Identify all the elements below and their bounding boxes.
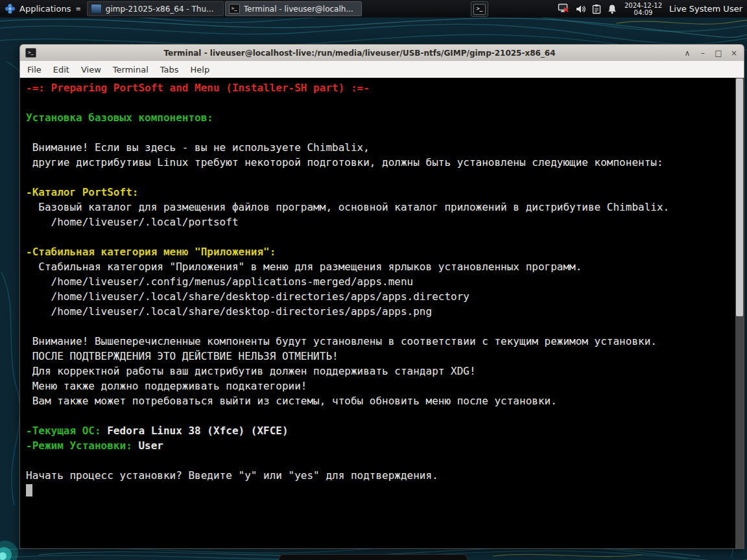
clipboard-icon[interactable]: [592, 4, 601, 14]
taskbar-button-file-manager[interactable]: gimp-21025-x86_64 - Thu...: [87, 1, 224, 16]
terminal-line: [26, 125, 735, 140]
close-button[interactable]: ×: [729, 45, 739, 62]
terminal-text-segment: Базовый каталог для размещения файлов пр…: [26, 201, 669, 213]
volume-icon[interactable]: [575, 4, 586, 14]
window-title: Terminal - liveuser@localhost-live:/run/…: [40, 49, 679, 58]
terminal-text-segment: Fedora Linux 38 (Xfce) (XFCE): [107, 425, 288, 437]
terminal-line: Вам также может потребоваться выйти из с…: [26, 393, 735, 408]
terminal-line: другие дистрибутивы Linux требуют некото…: [26, 155, 735, 170]
menu-terminal[interactable]: Terminal: [107, 62, 154, 77]
terminal-line: -Режим Установки: User: [26, 438, 735, 453]
display-error-icon[interactable]: [558, 3, 569, 14]
shade-button[interactable]: ∧: [683, 45, 692, 62]
file-manager-icon: [91, 4, 102, 14]
maximize-button[interactable]: □: [714, 45, 723, 62]
terminal-line: [26, 408, 735, 423]
terminal-launcher-button[interactable]: >_: [471, 1, 488, 17]
terminal-line: Для корректной работы ваш дистрибутив до…: [26, 364, 735, 379]
terminal-text-segment: -Текущая ОС:: [26, 425, 107, 437]
scrollbar-thumb[interactable]: [736, 78, 743, 316]
terminal-text-segment: /home/liveuser/.local/share/desktop-dire…: [26, 290, 469, 303]
terminal-line: [26, 483, 735, 498]
terminal-line: -Стабильная категория меню "Приложения":: [26, 244, 735, 259]
notifications-icon[interactable]: [607, 4, 617, 14]
terminal-text-segment: Установка базовых компонентов:: [26, 111, 213, 124]
terminal-line: [26, 170, 735, 185]
terminal-output: -=: Preparing PortSoft and Menu (Install…: [20, 78, 735, 548]
menu-lines-icon: ≡: [75, 5, 80, 12]
terminal-window: >_ Terminal - liveuser@localhost-live:/r…: [19, 44, 744, 549]
menu-tabs[interactable]: Tabs: [154, 62, 185, 77]
terminal-text-segment: /home/liveuser/.local/portsoft: [26, 216, 239, 228]
clock-date: 2024-12-12: [624, 2, 662, 9]
hidden-dock[interactable]: [279, 554, 468, 560]
terminal-line: Установка базовых компонентов:: [26, 110, 735, 125]
terminal-text-segment: -Стабильная категория меню "Приложения":: [26, 246, 276, 258]
menu-file[interactable]: File: [21, 62, 47, 77]
terminal-text-segment: Внимание! Вышеперечисленные компоненты б…: [26, 335, 657, 347]
terminal-line: /home/liveuser/.local/portsoft: [26, 215, 735, 229]
terminal-line: Стабильная категория "Приложения" в меню…: [26, 259, 735, 274]
terminal-icon: >_: [229, 4, 240, 14]
terminal-line: /home/liveuser/.local/share/desktop-dire…: [26, 289, 735, 304]
terminal-text-segment: Вам также может потребоваться выйти из с…: [26, 395, 557, 407]
titlebar[interactable]: >_ Terminal - liveuser@localhost-live:/r…: [19, 44, 744, 61]
panel-tray-area: 2024-12-12 04:09 Live System User: [558, 0, 747, 18]
terminal-line: -=: Preparing PortSoft and Menu (Install…: [26, 80, 735, 95]
minimize-button[interactable]: –: [698, 45, 707, 62]
terminal-text-segment: другие дистрибутивы Linux требуют некото…: [26, 156, 663, 169]
terminal-line: Базовый каталог для размещения файлов пр…: [26, 200, 735, 215]
user-label: Live System User: [669, 4, 742, 14]
menu-help[interactable]: Help: [185, 62, 216, 77]
taskbar-button-terminal[interactable]: >_ Terminal - liveuser@localh...: [225, 1, 362, 16]
terminal-text-segment: Начать процесс установки? Введите "y" ил…: [26, 469, 438, 482]
window-icon: >_: [25, 48, 36, 58]
terminal-text-segment: /home/liveuser/.config/menus/application…: [26, 275, 413, 288]
terminal-text-segment: Для корректной работы ваш дистрибутив до…: [26, 365, 476, 377]
top-panel: Applications ≡ gimp-21025-x86_64 - Thu..…: [0, 0, 747, 18]
terminal-line: -Текущая ОС: Fedora Linux 38 (Xfce) (XFC…: [26, 423, 735, 438]
terminal-line: [26, 229, 735, 244]
applications-menu-label: Applications: [19, 4, 71, 14]
terminal-text-segment: -Каталог PortSoft:: [26, 186, 138, 198]
terminal-text-segment: -=: Preparing PortSoft and Menu (Install…: [26, 82, 370, 94]
applications-menu-icon: [5, 3, 16, 14]
terminal-text-segment: User: [138, 439, 163, 452]
terminal-cursor: [26, 484, 32, 496]
terminal-line: [26, 95, 735, 110]
system-tray: [558, 3, 617, 14]
terminal-scrollbar[interactable]: [735, 78, 744, 548]
terminal-line: ПОСЛЕ ПОДТВЕРЖДЕНИЯ ЭТО ДЕЙСТВИЕ НЕЛЬЗЯ …: [26, 349, 735, 364]
terminal-line: Внимание! Если вы здесь - вы не использу…: [26, 140, 735, 155]
terminal-text-segment: -Режим Установки:: [26, 439, 138, 452]
terminal-launcher-icon: >_: [473, 4, 486, 15]
terminal-text-segment: Стабильная категория "Приложения" в меню…: [26, 261, 582, 273]
window-controls: ∧ – □ ×: [683, 45, 739, 62]
terminal-text-segment: Меню также должно поддерживать подкатего…: [26, 380, 307, 392]
terminal-line: [26, 319, 735, 334]
terminal-text-segment: /home/liveuser/.local/share/desktop-dire…: [26, 305, 432, 318]
menu-view[interactable]: View: [75, 62, 107, 77]
terminal-text-segment: ПОСЛЕ ПОДТВЕРЖДЕНИЯ ЭТО ДЕЙСТВИЕ НЕЛЬЗЯ …: [26, 350, 338, 362]
taskbar-button-label: gimp-21025-x86_64 - Thu...: [106, 5, 214, 14]
taskbar-button-label: Terminal - liveuser@localh...: [244, 5, 353, 14]
terminal-line: /home/liveuser/.local/share/desktop-dire…: [26, 304, 735, 319]
applications-menu-button[interactable]: Applications ≡: [0, 0, 86, 18]
terminal-line: Меню также должно поддерживать подкатего…: [26, 379, 735, 393]
menu-edit[interactable]: Edit: [47, 62, 75, 77]
terminal-line: -Каталог PortSoft:: [26, 185, 735, 200]
terminal-line: Внимание! Вышеперечисленные компоненты б…: [26, 334, 735, 349]
terminal-line: [26, 453, 735, 468]
clock-time: 04:09: [634, 9, 653, 16]
terminal-text-segment: Внимание! Если вы здесь - вы не использу…: [26, 141, 370, 154]
menubar: File Edit View Terminal Tabs Help: [19, 61, 744, 78]
terminal-screen[interactable]: -=: Preparing PortSoft and Menu (Install…: [19, 78, 744, 549]
terminal-line: /home/liveuser/.config/menus/application…: [26, 274, 735, 289]
panel-clock[interactable]: 2024-12-12 04:09: [624, 2, 662, 16]
terminal-line: Начать процесс установки? Введите "y" ил…: [26, 468, 735, 483]
